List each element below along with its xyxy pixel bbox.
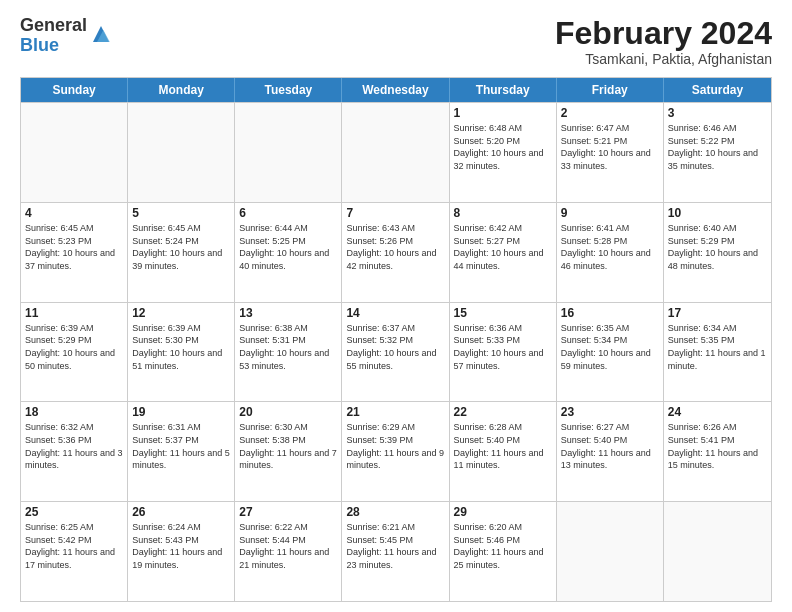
calendar-empty-cell <box>128 103 235 202</box>
day-info: Sunrise: 6:40 AM Sunset: 5:29 PM Dayligh… <box>668 222 767 272</box>
day-number: 7 <box>346 206 444 220</box>
day-info: Sunrise: 6:39 AM Sunset: 5:30 PM Dayligh… <box>132 322 230 372</box>
calendar-day-cell: 10Sunrise: 6:40 AM Sunset: 5:29 PM Dayli… <box>664 203 771 302</box>
day-info: Sunrise: 6:37 AM Sunset: 5:32 PM Dayligh… <box>346 322 444 372</box>
day-number: 4 <box>25 206 123 220</box>
calendar-day-cell: 12Sunrise: 6:39 AM Sunset: 5:30 PM Dayli… <box>128 303 235 402</box>
logo-general: General <box>20 16 87 36</box>
day-number: 8 <box>454 206 552 220</box>
day-number: 15 <box>454 306 552 320</box>
calendar-week-row: 25Sunrise: 6:25 AM Sunset: 5:42 PM Dayli… <box>21 501 771 601</box>
day-number: 12 <box>132 306 230 320</box>
calendar-day-cell: 17Sunrise: 6:34 AM Sunset: 5:35 PM Dayli… <box>664 303 771 402</box>
day-number: 24 <box>668 405 767 419</box>
title-block: February 2024 Tsamkani, Paktia, Afghanis… <box>555 16 772 67</box>
day-number: 21 <box>346 405 444 419</box>
day-info: Sunrise: 6:43 AM Sunset: 5:26 PM Dayligh… <box>346 222 444 272</box>
calendar-week-row: 4Sunrise: 6:45 AM Sunset: 5:23 PM Daylig… <box>21 202 771 302</box>
calendar-header: SundayMondayTuesdayWednesdayThursdayFrid… <box>21 78 771 102</box>
calendar-day-cell: 24Sunrise: 6:26 AM Sunset: 5:41 PM Dayli… <box>664 402 771 501</box>
calendar-day-cell: 21Sunrise: 6:29 AM Sunset: 5:39 PM Dayli… <box>342 402 449 501</box>
day-number: 3 <box>668 106 767 120</box>
logo-blue: Blue <box>20 36 87 56</box>
calendar-day-cell: 13Sunrise: 6:38 AM Sunset: 5:31 PM Dayli… <box>235 303 342 402</box>
calendar-day-cell: 11Sunrise: 6:39 AM Sunset: 5:29 PM Dayli… <box>21 303 128 402</box>
calendar-day-cell: 22Sunrise: 6:28 AM Sunset: 5:40 PM Dayli… <box>450 402 557 501</box>
day-info: Sunrise: 6:22 AM Sunset: 5:44 PM Dayligh… <box>239 521 337 571</box>
calendar-day-cell: 4Sunrise: 6:45 AM Sunset: 5:23 PM Daylig… <box>21 203 128 302</box>
day-info: Sunrise: 6:30 AM Sunset: 5:38 PM Dayligh… <box>239 421 337 471</box>
day-info: Sunrise: 6:38 AM Sunset: 5:31 PM Dayligh… <box>239 322 337 372</box>
calendar-day-cell: 18Sunrise: 6:32 AM Sunset: 5:36 PM Dayli… <box>21 402 128 501</box>
day-number: 16 <box>561 306 659 320</box>
calendar-day-cell: 20Sunrise: 6:30 AM Sunset: 5:38 PM Dayli… <box>235 402 342 501</box>
day-number: 18 <box>25 405 123 419</box>
calendar-week-row: 11Sunrise: 6:39 AM Sunset: 5:29 PM Dayli… <box>21 302 771 402</box>
page: General Blue February 2024 Tsamkani, Pak… <box>0 0 792 612</box>
calendar-day-cell: 25Sunrise: 6:25 AM Sunset: 5:42 PM Dayli… <box>21 502 128 601</box>
calendar-day-cell: 14Sunrise: 6:37 AM Sunset: 5:32 PM Dayli… <box>342 303 449 402</box>
day-number: 29 <box>454 505 552 519</box>
day-number: 6 <box>239 206 337 220</box>
day-info: Sunrise: 6:46 AM Sunset: 5:22 PM Dayligh… <box>668 122 767 172</box>
day-info: Sunrise: 6:45 AM Sunset: 5:23 PM Dayligh… <box>25 222 123 272</box>
calendar-day-cell: 28Sunrise: 6:21 AM Sunset: 5:45 PM Dayli… <box>342 502 449 601</box>
day-number: 25 <box>25 505 123 519</box>
day-info: Sunrise: 6:31 AM Sunset: 5:37 PM Dayligh… <box>132 421 230 471</box>
cal-header-day: Thursday <box>450 78 557 102</box>
calendar-empty-cell <box>664 502 771 601</box>
cal-header-day: Tuesday <box>235 78 342 102</box>
day-info: Sunrise: 6:47 AM Sunset: 5:21 PM Dayligh… <box>561 122 659 172</box>
day-number: 23 <box>561 405 659 419</box>
calendar-day-cell: 1Sunrise: 6:48 AM Sunset: 5:20 PM Daylig… <box>450 103 557 202</box>
calendar-empty-cell <box>21 103 128 202</box>
day-info: Sunrise: 6:26 AM Sunset: 5:41 PM Dayligh… <box>668 421 767 471</box>
calendar-body: 1Sunrise: 6:48 AM Sunset: 5:20 PM Daylig… <box>21 102 771 601</box>
day-info: Sunrise: 6:27 AM Sunset: 5:40 PM Dayligh… <box>561 421 659 471</box>
day-number: 5 <box>132 206 230 220</box>
calendar-week-row: 1Sunrise: 6:48 AM Sunset: 5:20 PM Daylig… <box>21 102 771 202</box>
calendar-day-cell: 3Sunrise: 6:46 AM Sunset: 5:22 PM Daylig… <box>664 103 771 202</box>
day-number: 14 <box>346 306 444 320</box>
calendar-empty-cell <box>342 103 449 202</box>
day-number: 26 <box>132 505 230 519</box>
day-info: Sunrise: 6:39 AM Sunset: 5:29 PM Dayligh… <box>25 322 123 372</box>
calendar-day-cell: 6Sunrise: 6:44 AM Sunset: 5:25 PM Daylig… <box>235 203 342 302</box>
calendar-week-row: 18Sunrise: 6:32 AM Sunset: 5:36 PM Dayli… <box>21 401 771 501</box>
day-info: Sunrise: 6:42 AM Sunset: 5:27 PM Dayligh… <box>454 222 552 272</box>
day-info: Sunrise: 6:48 AM Sunset: 5:20 PM Dayligh… <box>454 122 552 172</box>
day-number: 27 <box>239 505 337 519</box>
calendar-day-cell: 7Sunrise: 6:43 AM Sunset: 5:26 PM Daylig… <box>342 203 449 302</box>
day-info: Sunrise: 6:35 AM Sunset: 5:34 PM Dayligh… <box>561 322 659 372</box>
calendar-empty-cell <box>557 502 664 601</box>
day-number: 22 <box>454 405 552 419</box>
logo: General Blue <box>20 16 113 56</box>
day-info: Sunrise: 6:45 AM Sunset: 5:24 PM Dayligh… <box>132 222 230 272</box>
day-number: 10 <box>668 206 767 220</box>
cal-header-day: Wednesday <box>342 78 449 102</box>
calendar-day-cell: 29Sunrise: 6:20 AM Sunset: 5:46 PM Dayli… <box>450 502 557 601</box>
day-info: Sunrise: 6:24 AM Sunset: 5:43 PM Dayligh… <box>132 521 230 571</box>
calendar-day-cell: 2Sunrise: 6:47 AM Sunset: 5:21 PM Daylig… <box>557 103 664 202</box>
calendar-day-cell: 8Sunrise: 6:42 AM Sunset: 5:27 PM Daylig… <box>450 203 557 302</box>
logo-text: General Blue <box>20 16 87 56</box>
cal-header-day: Sunday <box>21 78 128 102</box>
calendar-empty-cell <box>235 103 342 202</box>
location: Tsamkani, Paktia, Afghanistan <box>555 51 772 67</box>
day-info: Sunrise: 6:21 AM Sunset: 5:45 PM Dayligh… <box>346 521 444 571</box>
cal-header-day: Saturday <box>664 78 771 102</box>
calendar-day-cell: 23Sunrise: 6:27 AM Sunset: 5:40 PM Dayli… <box>557 402 664 501</box>
calendar-day-cell: 19Sunrise: 6:31 AM Sunset: 5:37 PM Dayli… <box>128 402 235 501</box>
calendar-day-cell: 26Sunrise: 6:24 AM Sunset: 5:43 PM Dayli… <box>128 502 235 601</box>
day-number: 20 <box>239 405 337 419</box>
day-number: 2 <box>561 106 659 120</box>
day-info: Sunrise: 6:29 AM Sunset: 5:39 PM Dayligh… <box>346 421 444 471</box>
day-info: Sunrise: 6:28 AM Sunset: 5:40 PM Dayligh… <box>454 421 552 471</box>
day-number: 1 <box>454 106 552 120</box>
day-info: Sunrise: 6:25 AM Sunset: 5:42 PM Dayligh… <box>25 521 123 571</box>
day-info: Sunrise: 6:20 AM Sunset: 5:46 PM Dayligh… <box>454 521 552 571</box>
month-year: February 2024 <box>555 16 772 51</box>
calendar-day-cell: 9Sunrise: 6:41 AM Sunset: 5:28 PM Daylig… <box>557 203 664 302</box>
cal-header-day: Friday <box>557 78 664 102</box>
header: General Blue February 2024 Tsamkani, Pak… <box>20 16 772 67</box>
